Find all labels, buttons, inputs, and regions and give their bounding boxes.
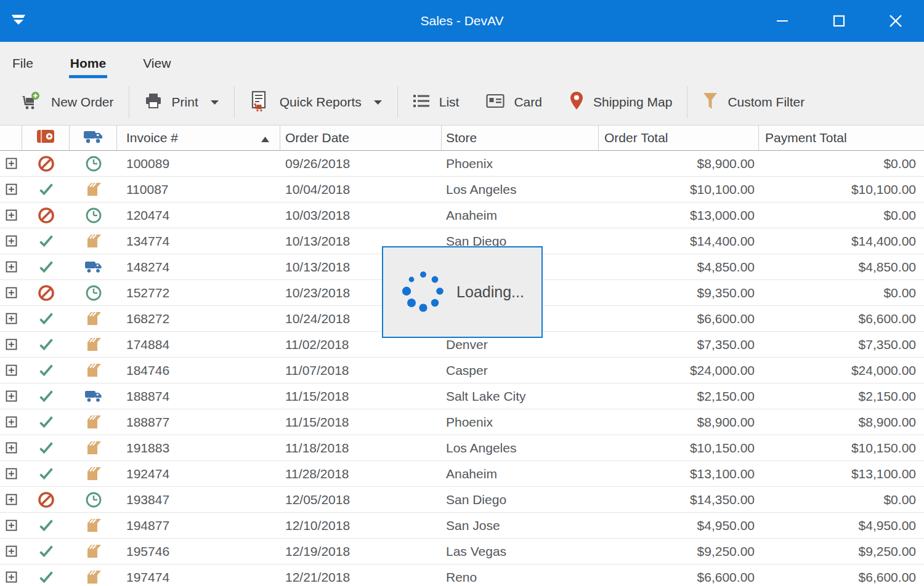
shipping-status-cell [70, 465, 117, 483]
payment-status-column-header[interactable] [22, 126, 70, 150]
shipping-packed-box-icon [85, 465, 102, 483]
paid-check-icon [38, 259, 55, 276]
printer-icon [144, 92, 163, 113]
table-row[interactable]: 100089 09/26/2018 Phoenix $8,900.00 $0.0… [0, 151, 924, 177]
payment-status-cell [22, 207, 70, 224]
table-row[interactable]: 192474 11/28/2018 Anaheim $13,100.00 $13… [0, 461, 924, 487]
chevron-down-icon [373, 97, 383, 108]
paid-check-icon [38, 414, 55, 431]
payment-status-cell [22, 181, 70, 198]
new-order-button[interactable]: New Order [6, 85, 128, 119]
payment-total-cell: $0.00 [759, 286, 924, 300]
row-expand-button[interactable] [0, 571, 22, 583]
invoice-cell: 174884 [117, 337, 280, 352]
store-cell: Anaheim [442, 208, 599, 223]
invoice-cell: 184746 [117, 363, 280, 378]
shipping-status-cell [70, 260, 117, 274]
order-total-cell: $2,150.00 [599, 389, 759, 404]
row-expand-button[interactable] [0, 287, 22, 299]
table-row[interactable]: 193847 12/05/2018 San Diego $14,350.00 $… [0, 487, 924, 513]
invoice-cell: 188877 [117, 415, 280, 430]
row-expand-button[interactable] [0, 520, 22, 531]
order-total-cell: $4,850.00 [599, 260, 759, 275]
table-row[interactable]: 195746 12/19/2018 Las Vegas $9,250.00 $9… [0, 539, 924, 564]
shipping-map-button[interactable]: Shipping Map [556, 85, 686, 119]
tab-home[interactable]: Home [69, 56, 107, 79]
unpaid-prohibited-icon [38, 155, 55, 172]
column-header-order-date[interactable]: Order Date [280, 126, 442, 150]
shipping-status-cell [70, 491, 117, 508]
tab-file[interactable]: File [11, 56, 34, 79]
maximize-button[interactable] [811, 0, 867, 42]
shipping-transit-truck-icon [84, 260, 103, 274]
store-cell: Los Angeles [442, 182, 599, 197]
expand-plus-icon [6, 494, 17, 505]
card-view-button[interactable]: Card [472, 85, 556, 119]
row-expand-button[interactable] [0, 339, 22, 350]
table-row[interactable]: 184746 11/07/2018 Casper $24,000.00 $24,… [0, 358, 924, 383]
invoice-cell: 192474 [117, 467, 280, 481]
row-expand-button[interactable] [0, 442, 22, 454]
row-expand-button[interactable] [0, 468, 22, 480]
shipping-status-cell [70, 155, 117, 172]
store-cell: San Diego [442, 492, 599, 507]
expand-plus-icon [6, 261, 17, 273]
column-header-invoice[interactable]: Invoice # [117, 126, 280, 150]
minimize-button[interactable] [754, 0, 811, 42]
order-total-cell: $10,150.00 [599, 441, 759, 456]
row-expand-button[interactable] [0, 209, 22, 221]
shipping-pending-clock-icon [85, 491, 102, 508]
order-date-cell: 11/18/2018 [280, 441, 442, 456]
order-total-cell: $8,900.00 [599, 415, 759, 430]
paid-check-icon [38, 388, 55, 405]
row-expand-button[interactable] [0, 158, 22, 169]
table-row[interactable]: 110087 10/04/2018 Los Angeles $10,100.00… [0, 177, 924, 203]
table-row[interactable]: 191883 11/18/2018 Los Angeles $10,150.00… [0, 435, 924, 461]
order-total-cell: $8,900.00 [599, 156, 759, 171]
row-expand-button[interactable] [0, 261, 22, 273]
row-expand-button[interactable] [0, 235, 22, 247]
payment-total-cell: $10,150.00 [759, 441, 924, 456]
custom-filter-button[interactable]: Custom Filter [689, 85, 818, 119]
row-expand-button[interactable] [0, 313, 22, 324]
tab-view[interactable]: View [142, 56, 172, 79]
expand-plus-icon [6, 287, 17, 299]
payment-total-cell: $10,100.00 [759, 182, 924, 197]
payment-status-cell [22, 259, 70, 276]
table-row[interactable]: 194877 12/10/2018 San Jose $4,950.00 $4,… [0, 513, 924, 539]
shipping-status-cell [70, 569, 117, 586]
table-row[interactable]: 120474 10/03/2018 Anaheim $13,000.00 $0.… [0, 203, 924, 228]
row-expand-button[interactable] [0, 545, 22, 557]
print-button[interactable]: Print [131, 85, 233, 119]
paid-check-icon [38, 543, 55, 560]
order-date-cell: 12/21/2018 [280, 570, 442, 585]
row-expand-button[interactable] [0, 416, 22, 428]
table-row[interactable]: 197474 12/21/2018 Reno $6,600.00 $6,600.… [0, 564, 924, 586]
payment-total-cell: $0.00 [759, 156, 924, 171]
report-cart-icon [249, 90, 270, 114]
column-header-payment-total[interactable]: Payment Total [759, 126, 924, 150]
order-total-cell: $9,250.00 [599, 544, 759, 559]
table-row[interactable]: 188877 11/15/2018 Phoenix $8,900.00 $8,9… [0, 409, 924, 435]
row-expand-button[interactable] [0, 364, 22, 376]
close-button[interactable] [867, 0, 924, 42]
row-expand-button[interactable] [0, 183, 22, 195]
invoice-cell: 120474 [117, 208, 280, 223]
row-expand-button[interactable] [0, 494, 22, 505]
row-expand-button[interactable] [0, 390, 22, 402]
quick-reports-button[interactable]: Quick Reports [236, 85, 396, 119]
shipping-status-cell [70, 233, 117, 250]
order-date-cell: 11/15/2018 [280, 389, 442, 404]
shipping-packed-box-icon [85, 362, 102, 379]
column-header-store[interactable]: Store [442, 126, 599, 150]
list-view-button[interactable]: List [399, 85, 473, 119]
payment-total-cell: $8,900.00 [759, 415, 924, 430]
toolbar: New Order Print [0, 79, 924, 125]
column-header-order-total[interactable]: Order Total [599, 126, 759, 150]
shipping-status-cell [70, 310, 117, 327]
shipping-status-column-header[interactable] [70, 126, 117, 150]
store-cell: Phoenix [442, 415, 599, 430]
shipping-pending-clock-icon [85, 284, 102, 302]
table-row[interactable]: 188874 11/15/2018 Salt Lake City $2,150.… [0, 383, 924, 409]
expand-plus-icon [6, 390, 17, 402]
